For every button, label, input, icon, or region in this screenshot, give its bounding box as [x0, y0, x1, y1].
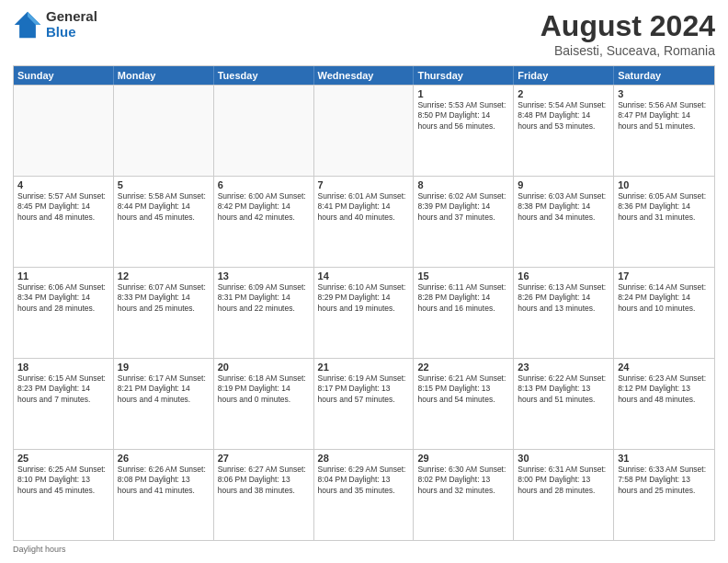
day-number: 27	[218, 453, 310, 464]
calendar-cell: 22Sunrise: 6:21 AM Sunset: 8:15 PM Dayli…	[414, 359, 514, 449]
day-number: 6	[218, 179, 310, 190]
cal-header-day: Sunday	[14, 66, 114, 85]
calendar-cell: 11Sunrise: 6:06 AM Sunset: 8:34 PM Dayli…	[14, 268, 114, 358]
day-number: 11	[17, 270, 109, 282]
day-number: 4	[17, 179, 109, 190]
calendar-cell: 6Sunrise: 6:00 AM Sunset: 8:42 PM Daylig…	[214, 177, 314, 267]
day-number: 16	[518, 270, 609, 282]
day-number: 31	[618, 453, 711, 464]
day-number: 12	[118, 270, 210, 282]
day-number: 3	[618, 88, 711, 99]
footer-note: Daylight hours	[13, 545, 715, 554]
calendar-cell: 18Sunrise: 6:15 AM Sunset: 8:23 PM Dayli…	[14, 359, 114, 449]
day-number: 10	[618, 179, 711, 190]
calendar-cell: 10Sunrise: 6:05 AM Sunset: 8:36 PM Dayli…	[614, 177, 714, 267]
day-info: Sunrise: 5:54 AM Sunset: 8:48 PM Dayligh…	[518, 100, 609, 132]
calendar-cell: 23Sunrise: 6:22 AM Sunset: 8:13 PM Dayli…	[514, 359, 614, 449]
day-info: Sunrise: 6:29 AM Sunset: 8:04 PM Dayligh…	[318, 465, 410, 496]
calendar-cell: 3Sunrise: 5:56 AM Sunset: 8:47 PM Daylig…	[614, 86, 714, 176]
day-number: 25	[17, 453, 109, 464]
day-info: Sunrise: 6:19 AM Sunset: 8:17 PM Dayligh…	[318, 373, 410, 405]
day-info: Sunrise: 5:58 AM Sunset: 8:44 PM Dayligh…	[118, 191, 210, 223]
calendar-body: 1Sunrise: 5:53 AM Sunset: 8:50 PM Daylig…	[14, 85, 714, 540]
day-number: 13	[218, 270, 310, 282]
calendar-cell: 8Sunrise: 6:02 AM Sunset: 8:39 PM Daylig…	[414, 177, 514, 267]
calendar-cell: 28Sunrise: 6:29 AM Sunset: 8:04 PM Dayli…	[314, 450, 415, 540]
day-info: Sunrise: 6:11 AM Sunset: 8:28 PM Dayligh…	[417, 282, 509, 314]
logo: General Blue	[13, 9, 97, 40]
cal-header-day: Friday	[514, 66, 614, 85]
calendar-cell: 13Sunrise: 6:09 AM Sunset: 8:31 PM Dayli…	[214, 268, 314, 358]
day-info: Sunrise: 6:05 AM Sunset: 8:36 PM Dayligh…	[618, 191, 711, 223]
day-info: Sunrise: 5:56 AM Sunset: 8:47 PM Dayligh…	[618, 100, 711, 132]
calendar-cell: 26Sunrise: 6:26 AM Sunset: 8:08 PM Dayli…	[114, 450, 214, 540]
calendar-cell: 9Sunrise: 6:03 AM Sunset: 8:38 PM Daylig…	[514, 177, 614, 267]
calendar-cell: 27Sunrise: 6:27 AM Sunset: 8:06 PM Dayli…	[214, 450, 314, 540]
day-info: Sunrise: 6:01 AM Sunset: 8:41 PM Dayligh…	[318, 191, 410, 223]
day-number: 22	[417, 362, 509, 373]
calendar-cell: 5Sunrise: 5:58 AM Sunset: 8:44 PM Daylig…	[114, 177, 214, 267]
day-number: 9	[518, 179, 609, 190]
day-info: Sunrise: 6:00 AM Sunset: 8:42 PM Dayligh…	[218, 191, 310, 223]
calendar-cell: 14Sunrise: 6:10 AM Sunset: 8:29 PM Dayli…	[314, 268, 415, 358]
calendar-row: 11Sunrise: 6:06 AM Sunset: 8:34 PM Dayli…	[14, 267, 714, 358]
title-block: August 2024 Baisesti, Suceava, Romania	[540, 9, 715, 58]
day-number: 29	[417, 453, 509, 464]
cal-header-day: Tuesday	[214, 66, 314, 85]
calendar-row: 4Sunrise: 5:57 AM Sunset: 8:45 PM Daylig…	[14, 176, 714, 267]
day-number: 14	[318, 270, 410, 282]
day-number: 20	[218, 362, 310, 373]
page: General Blue August 2024 Baisesti, Sucea…	[0, 0, 728, 563]
day-number: 24	[618, 362, 711, 373]
day-number: 15	[417, 270, 509, 282]
calendar-cell	[14, 86, 114, 176]
day-info: Sunrise: 6:22 AM Sunset: 8:13 PM Dayligh…	[518, 373, 609, 405]
logo-icon	[13, 10, 42, 40]
calendar-row: 18Sunrise: 6:15 AM Sunset: 8:23 PM Dayli…	[14, 358, 714, 449]
header: General Blue August 2024 Baisesti, Sucea…	[13, 9, 715, 58]
day-info: Sunrise: 6:33 AM Sunset: 7:58 PM Dayligh…	[618, 465, 711, 496]
logo-general-text: General	[46, 9, 97, 25]
title-location: Baisesti, Suceava, Romania	[540, 43, 715, 58]
day-info: Sunrise: 6:15 AM Sunset: 8:23 PM Dayligh…	[17, 373, 109, 405]
calendar-cell	[114, 86, 214, 176]
day-info: Sunrise: 6:21 AM Sunset: 8:15 PM Dayligh…	[417, 373, 509, 405]
calendar-cell: 15Sunrise: 6:11 AM Sunset: 8:28 PM Dayli…	[414, 268, 514, 358]
calendar-cell: 7Sunrise: 6:01 AM Sunset: 8:41 PM Daylig…	[314, 177, 415, 267]
day-number: 30	[518, 453, 609, 464]
day-info: Sunrise: 6:03 AM Sunset: 8:38 PM Dayligh…	[518, 191, 609, 223]
day-number: 18	[17, 362, 109, 373]
calendar-cell: 21Sunrise: 6:19 AM Sunset: 8:17 PM Dayli…	[314, 359, 415, 449]
day-info: Sunrise: 5:53 AM Sunset: 8:50 PM Dayligh…	[417, 100, 509, 132]
day-info: Sunrise: 6:30 AM Sunset: 8:02 PM Dayligh…	[417, 465, 509, 496]
logo-text: General Blue	[46, 9, 97, 40]
day-number: 5	[118, 179, 210, 190]
day-info: Sunrise: 6:07 AM Sunset: 8:33 PM Dayligh…	[118, 282, 210, 314]
calendar-cell: 4Sunrise: 5:57 AM Sunset: 8:45 PM Daylig…	[14, 177, 114, 267]
day-info: Sunrise: 6:26 AM Sunset: 8:08 PM Dayligh…	[118, 465, 210, 496]
calendar-row: 1Sunrise: 5:53 AM Sunset: 8:50 PM Daylig…	[14, 85, 714, 176]
calendar-cell: 19Sunrise: 6:17 AM Sunset: 8:21 PM Dayli…	[114, 359, 214, 449]
day-info: Sunrise: 5:57 AM Sunset: 8:45 PM Dayligh…	[17, 191, 109, 223]
calendar-cell: 31Sunrise: 6:33 AM Sunset: 7:58 PM Dayli…	[614, 450, 714, 540]
day-info: Sunrise: 6:09 AM Sunset: 8:31 PM Dayligh…	[218, 282, 310, 314]
calendar-cell: 20Sunrise: 6:18 AM Sunset: 8:19 PM Dayli…	[214, 359, 314, 449]
cal-header-day: Wednesday	[314, 66, 415, 85]
day-number: 7	[318, 179, 410, 190]
calendar-row: 25Sunrise: 6:25 AM Sunset: 8:10 PM Dayli…	[14, 449, 714, 540]
calendar-cell: 24Sunrise: 6:23 AM Sunset: 8:12 PM Dayli…	[614, 359, 714, 449]
day-info: Sunrise: 6:18 AM Sunset: 8:19 PM Dayligh…	[218, 373, 310, 405]
calendar-cell: 25Sunrise: 6:25 AM Sunset: 8:10 PM Dayli…	[14, 450, 114, 540]
day-info: Sunrise: 6:02 AM Sunset: 8:39 PM Dayligh…	[417, 191, 509, 223]
day-number: 2	[518, 88, 609, 99]
day-info: Sunrise: 6:17 AM Sunset: 8:21 PM Dayligh…	[118, 373, 210, 405]
day-info: Sunrise: 6:23 AM Sunset: 8:12 PM Dayligh…	[618, 373, 711, 405]
calendar-cell: 12Sunrise: 6:07 AM Sunset: 8:33 PM Dayli…	[114, 268, 214, 358]
day-info: Sunrise: 6:14 AM Sunset: 8:24 PM Dayligh…	[618, 282, 711, 314]
day-info: Sunrise: 6:10 AM Sunset: 8:29 PM Dayligh…	[318, 282, 410, 314]
cal-header-day: Saturday	[614, 66, 714, 85]
cal-header-day: Monday	[114, 66, 214, 85]
day-number: 28	[318, 453, 410, 464]
calendar-cell: 17Sunrise: 6:14 AM Sunset: 8:24 PM Dayli…	[614, 268, 714, 358]
day-number: 8	[417, 179, 509, 190]
